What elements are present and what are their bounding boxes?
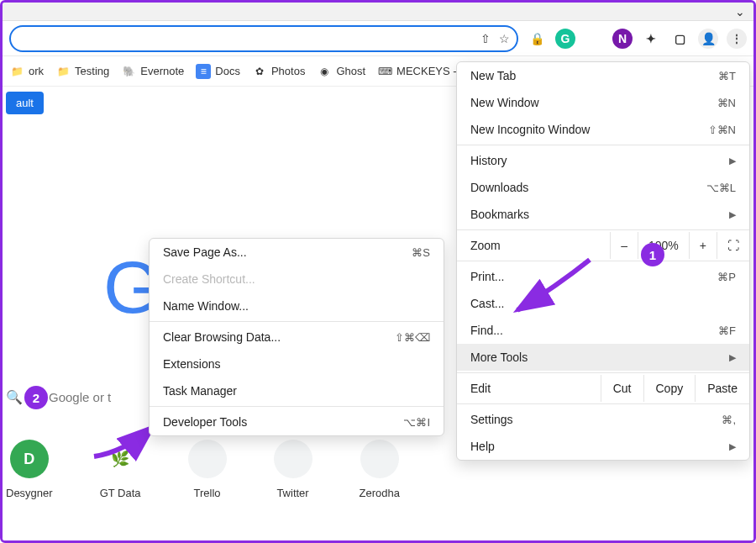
bookmark-meckeys-icon: ⌨ <box>377 64 392 79</box>
extensions-puzzle-icon[interactable]: ✦ <box>641 29 661 49</box>
panel-icon[interactable]: ▢ <box>669 29 690 49</box>
annotation-step-1: 1 <box>641 243 664 266</box>
lastpass-icon[interactable]: 🔒 <box>527 29 547 49</box>
search-box[interactable]: 🔍 rch Google or t <box>6 389 111 405</box>
menu-create-shortcut: Create Shortcut... <box>150 266 444 293</box>
titlebar: ⌄ <box>3 3 753 21</box>
menu-new-window[interactable]: New Window⌘N <box>457 89 749 116</box>
menu-edit-row: Edit Cut Copy Paste <box>457 375 749 402</box>
shortcut-gtdata[interactable]: 🌿GT Data <box>100 440 141 499</box>
bookmark-evernote-icon: 🐘 <box>121 64 136 79</box>
shortcut-trello[interactable]: Trello <box>188 440 227 499</box>
menu-dots-icon[interactable]: ⋮ <box>727 29 747 49</box>
bookmark-docs-icon: ≡ <box>196 64 211 79</box>
shortcut-trello-icon <box>188 440 227 478</box>
edit-label: Edit <box>457 375 601 402</box>
menu-developer-tools[interactable]: Developer Tools⌥⌘I <box>150 409 444 435</box>
bookmark-work-icon: 📁 <box>9 64 24 79</box>
chevron-down-icon[interactable]: ⌄ <box>735 5 745 18</box>
menu-cast[interactable]: Cast... <box>457 290 749 317</box>
edit-cut[interactable]: Cut <box>601 375 643 402</box>
menu-save-page-as[interactable]: Save Page As...⌘S <box>150 239 444 266</box>
shortcut-twitter-icon <box>274 440 312 478</box>
star-icon[interactable]: ☆ <box>499 32 510 45</box>
bookmark-label: Docs <box>215 65 240 77</box>
shortcut-desygner-icon: D <box>10 440 49 478</box>
grammarly-icon[interactable]: G <box>555 29 575 49</box>
zoom-label: Zoom <box>457 232 610 259</box>
shortcut-label: Desygner <box>6 487 53 499</box>
menu-more-tools[interactable]: More Tools▶ <box>457 344 749 371</box>
menu-clear-browsing-data[interactable]: Clear Browsing Data...⇧⌘⌫ <box>150 324 444 351</box>
adblock-icon[interactable] <box>584 29 604 49</box>
shortcut-desygner[interactable]: DDesygner <box>6 440 53 499</box>
address-bar: ⇧ ☆ 🔒GN✦▢👤⋮ <box>3 21 753 56</box>
shortcut-label: Zerodha <box>360 487 400 499</box>
bookmark-ghost[interactable]: ◉Ghost <box>317 64 365 79</box>
menu-find[interactable]: Find...⌘F <box>457 317 749 344</box>
shortcut-label: Twitter <box>276 487 308 499</box>
chevron-right-icon: ▶ <box>729 156 736 166</box>
edit-copy[interactable]: Copy <box>643 375 696 402</box>
zoom-out-button[interactable]: – <box>611 232 638 259</box>
bookmark-photos-icon: ✿ <box>252 64 267 79</box>
shortcut-label: GT Data <box>100 487 141 499</box>
omnibox[interactable]: ⇧ ☆ <box>9 25 518 52</box>
shortcut-twitter[interactable]: Twitter <box>274 440 312 499</box>
default-browser-button[interactable]: ault <box>6 92 44 114</box>
shortcuts-row: DDesygner🌿GT DataTrelloTwitterZerodha <box>6 440 400 499</box>
shortcut-gtdata-icon: 🌿 <box>101 440 139 478</box>
shortcut-zerodha-icon <box>360 440 399 478</box>
fullscreen-button[interactable]: ⛶ <box>717 232 749 259</box>
chrome-main-menu: New Tab⌘T New Window⌘N New Incognito Win… <box>456 61 750 461</box>
shortcut-label: Trello <box>194 487 221 499</box>
menu-help[interactable]: Help▶ <box>457 433 749 460</box>
bookmark-work[interactable]: 📁ork <box>9 64 44 79</box>
menu-new-tab[interactable]: New Tab⌘T <box>457 62 749 89</box>
bookmark-label: Ghost <box>336 65 365 77</box>
edit-paste[interactable]: Paste <box>695 375 749 402</box>
menu-downloads[interactable]: Downloads⌥⌘L <box>457 174 749 201</box>
bookmark-meckeys[interactable]: ⌨MECKEYS - <box>377 64 457 79</box>
bookmark-testing-icon: 📁 <box>55 64 71 79</box>
shortcut-zerodha[interactable]: Zerodha <box>360 440 400 499</box>
bookmark-testing[interactable]: 📁Testing <box>55 64 109 79</box>
menu-history[interactable]: History▶ <box>457 147 749 174</box>
share-icon[interactable]: ⇧ <box>480 32 491 45</box>
bookmark-label: ork <box>29 65 44 77</box>
menu-settings[interactable]: Settings⌘, <box>457 406 749 433</box>
chevron-right-icon: ▶ <box>729 209 736 220</box>
bookmark-photos[interactable]: ✿Photos <box>252 64 305 79</box>
zoom-in-button[interactable]: + <box>690 232 717 259</box>
bookmark-label: MECKEYS - <box>396 65 457 77</box>
bookmark-docs[interactable]: ≡Docs <box>196 64 240 79</box>
profile-avatar[interactable]: 👤 <box>698 29 718 49</box>
menu-extensions[interactable]: Extensions <box>150 351 444 377</box>
bookmark-ghost-icon: ◉ <box>317 64 332 79</box>
menu-print[interactable]: Print...⌘P <box>457 263 749 290</box>
menu-name-window[interactable]: Name Window... <box>150 293 444 319</box>
search-icon: 🔍 <box>6 389 23 405</box>
bookmark-evernote[interactable]: 🐘Evernote <box>121 64 184 79</box>
menu-zoom-row: Zoom – 100% + ⛶ <box>457 232 749 259</box>
onenote-icon[interactable]: N <box>612 29 633 49</box>
menu-task-manager[interactable]: Task Manager <box>150 377 444 404</box>
bookmark-label: Evernote <box>140 65 184 77</box>
chevron-right-icon: ▶ <box>729 352 736 363</box>
bookmark-label: Testing <box>75 65 109 77</box>
bookmark-label: Photos <box>271 65 305 77</box>
annotation-step-2: 2 <box>24 386 48 409</box>
more-tools-submenu: Save Page As...⌘S Create Shortcut... Nam… <box>149 238 444 436</box>
menu-new-incognito[interactable]: New Incognito Window⇧⌘N <box>457 116 749 143</box>
chevron-right-icon: ▶ <box>729 441 736 452</box>
menu-bookmarks[interactable]: Bookmarks▶ <box>457 201 749 228</box>
